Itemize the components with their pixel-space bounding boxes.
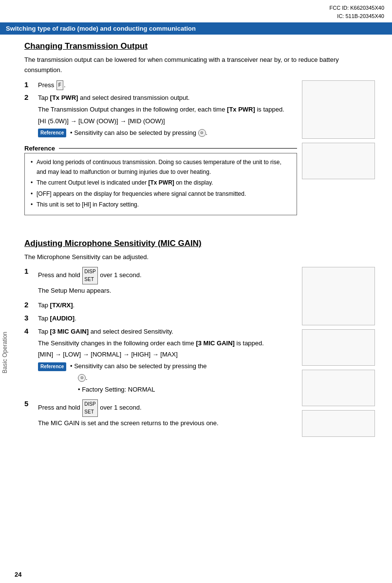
section-transmission-output: Changing Transmission Output The transmi… [24, 41, 377, 222]
step-1-content: Press F. [38, 80, 297, 91]
page-number: 24 [15, 571, 21, 578]
page: FCC ID: K6620345X40 IC: 511B-20345X40 Sw… [0, 0, 392, 583]
section2-step-4-content: Tap [3 MIC GAIN] and select desired Sens… [38, 327, 297, 396]
section2-two-col: 1 Press and hold DISPSET over 1 second. … [24, 267, 377, 437]
section1-images [302, 80, 377, 179]
ref-item-3: [OFF] appears on the display for frequen… [31, 189, 291, 199]
reference-section: Reference Avoid long periods of continuo… [24, 145, 297, 215]
section-divider [24, 222, 377, 232]
main-content: Changing Transmission Output The transmi… [0, 41, 392, 437]
fcc-info: FCC ID: K6620345X40 IC: 511B-20345X40 [329, 4, 384, 20]
section-mic-gain: Adjusting Microphone Sensitivity (MIC GA… [24, 239, 377, 437]
section1-intro: The transmission output can be lowered f… [24, 55, 377, 75]
section1-title: Changing Transmission Output [24, 41, 377, 51]
ref-badge-2: Reference [38, 362, 66, 371]
fcc-line1: FCC ID: K6620345X40 [329, 4, 384, 12]
func-icon: F [56, 80, 63, 90]
ref-badge-1: Reference [38, 129, 66, 137]
step-1-number: 1 [24, 80, 38, 89]
step-2-number: 2 [24, 93, 38, 101]
section1-two-col: 1 Press F. 2 Tap [Tx PWR] and select des… [24, 80, 377, 222]
section2-step-5-content: Press and hold DISPSET over 1 second. Th… [38, 399, 297, 430]
section1-image-1 [302, 80, 375, 139]
section1-image-2 [302, 143, 375, 179]
reference-list: Avoid long periods of continuous transmi… [31, 157, 291, 210]
section2-step-1-content: Press and hold DISPSET over 1 second. Th… [38, 267, 297, 298]
ref-item-1: Avoid long periods of continuous transmi… [31, 157, 291, 177]
section2-step-1-number: 1 [24, 267, 38, 275]
section2-step-1: 1 Press and hold DISPSET over 1 second. … [24, 267, 297, 298]
section2-title: Adjusting Microphone Sensitivity (MIC GA… [24, 239, 377, 248]
section2-step-3-content: Tap [AUDIO]. [38, 314, 297, 324]
section2-step-4-number: 4 [24, 327, 38, 335]
reference-box: Avoid long periods of continuous transmi… [24, 153, 297, 215]
section2-step-2-content: Tap [TX/RX]. [38, 301, 297, 311]
ref-item-2: The current Output level is indicated un… [31, 178, 291, 188]
step-2: 2 Tap [Tx PWR] and select desired transm… [24, 93, 297, 139]
disp-icon-1: DISPSET [82, 267, 97, 284]
section2-step-2: 2 Tap [TX/RX]. [24, 301, 297, 311]
sidebar-label: Basic Operation [1, 332, 8, 373]
dial-icon-2: ⊙ [78, 374, 86, 382]
section2-step-5-number: 5 [24, 399, 38, 408]
section2-step-4: 4 Tap [3 MIC GAIN] and select desired Se… [24, 327, 297, 396]
section2-step-5: 5 Press and hold DISPSET over 1 second. … [24, 399, 297, 430]
step-2-content: Tap [Tx PWR] and select desired transmis… [38, 93, 297, 139]
ref-item-4: This unit is set to [HI] in Factory sett… [31, 200, 291, 209]
section2-step-3-number: 3 [24, 314, 38, 322]
section2-step-2-number: 2 [24, 301, 38, 309]
section2-step-3: 3 Tap [AUDIO]. [24, 314, 297, 324]
section2-intro: The Microphone Sensitivity can be adjust… [24, 252, 377, 263]
section2-image-3 [302, 370, 375, 406]
reference-label: Reference [24, 145, 297, 152]
sidebar-wrapper: Basic Operation [0, 219, 10, 486]
fcc-line2: IC: 511B-20345X40 [329, 12, 384, 20]
section2-image-4 [302, 410, 375, 437]
section-header: Switching type of radio (mode) and condu… [0, 22, 392, 35]
section2-image-2 [302, 329, 375, 366]
dial-icon-1: ⊙ [198, 129, 206, 137]
section2-images [302, 267, 377, 437]
section1-steps-col: 1 Press F. 2 Tap [Tx PWR] and select des… [24, 80, 297, 222]
section2-image-1 [302, 267, 375, 325]
disp-icon-2: DISPSET [82, 399, 97, 417]
step-1: 1 Press F. [24, 80, 297, 91]
section2-steps-col: 1 Press and hold DISPSET over 1 second. … [24, 267, 297, 433]
